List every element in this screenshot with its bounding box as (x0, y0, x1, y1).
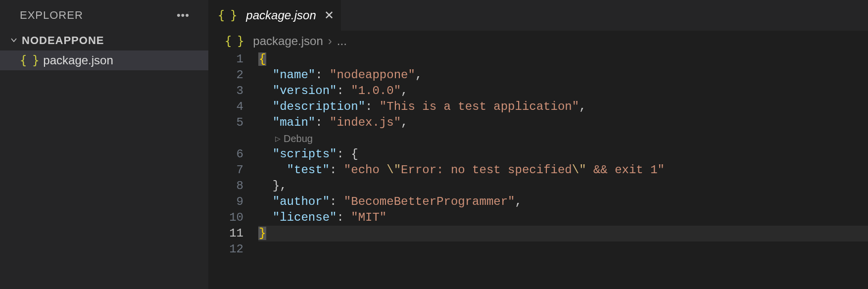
line-number: 12 (209, 241, 243, 257)
tab-bar: { } package.json ✕ (209, 0, 868, 31)
breadcrumb-tail: ... (337, 34, 347, 48)
line-number: 10 (209, 210, 243, 226)
line-number: 2 (209, 67, 243, 83)
json-file-icon: { } (20, 53, 38, 67)
line-number (209, 131, 243, 146)
line-number: 11 (209, 226, 243, 241)
line-number: 9 (209, 194, 243, 210)
json-file-icon: { } (225, 34, 243, 48)
file-item-package-json[interactable]: { } package.json (0, 50, 208, 70)
line-number: 4 (209, 99, 243, 115)
close-icon[interactable]: ✕ (324, 8, 334, 22)
breadcrumb[interactable]: { } package.json › ... (209, 31, 868, 51)
explorer-sidebar: EXPLORER ••• NODEAPPONE { } package.json (0, 0, 209, 289)
code-content[interactable]: { "name": "nodeappone", "version": "1.0.… (258, 51, 868, 289)
tab-label: package.json (246, 8, 316, 22)
explorer-header: EXPLORER ••• (0, 0, 208, 31)
editor-area: { } package.json ✕ { } package.json › ..… (209, 0, 868, 289)
chevron-down-icon (10, 34, 19, 47)
tab-package-json[interactable]: { } package.json ✕ (209, 0, 341, 31)
line-number-gutter: 1 2 3 4 5 6 7 8 9 10 11 12 (209, 51, 258, 289)
play-icon: ▷ (275, 131, 281, 146)
folder-name: NODEAPPONE (22, 34, 104, 47)
line-number: 1 (209, 51, 243, 67)
file-item-label: package.json (43, 53, 113, 67)
ellipsis-icon[interactable]: ••• (177, 9, 198, 22)
breadcrumb-file: package.json (253, 34, 323, 48)
code-editor[interactable]: 1 2 3 4 5 6 7 8 9 10 11 12 { "name": "no… (209, 51, 868, 289)
chevron-right-icon: › (328, 34, 332, 48)
json-file-icon: { } (218, 8, 236, 22)
explorer-title: EXPLORER (20, 9, 83, 22)
line-number: 8 (209, 178, 243, 194)
line-number: 6 (209, 146, 243, 162)
line-number: 5 (209, 115, 243, 131)
line-number: 3 (209, 83, 243, 99)
codelens-label: Debug (284, 131, 313, 146)
folder-header[interactable]: NODEAPPONE (0, 31, 208, 50)
line-number: 7 (209, 162, 243, 178)
codelens-debug[interactable]: ▷Debug (258, 131, 868, 146)
